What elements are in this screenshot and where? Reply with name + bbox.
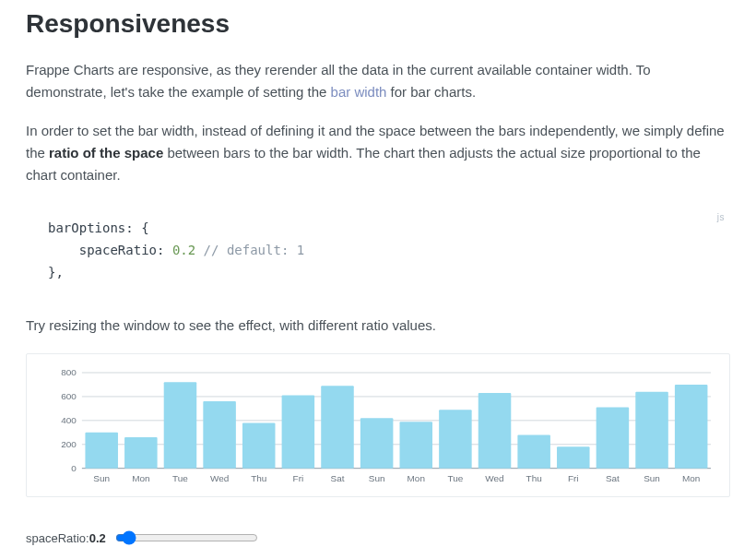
code-block: js barOptions: { spaceRatio: 0.2 // defa… [26, 218, 730, 283]
code-token: }, [48, 265, 64, 280]
chart-bar [597, 408, 630, 469]
chart-xtick-label: Mon [132, 473, 149, 483]
code-language-badge: js [717, 212, 725, 222]
chart-bar [124, 437, 158, 469]
chart-bar [242, 423, 276, 469]
chart-xtick-label: Wed [210, 473, 229, 483]
space-ratio-control: spaceRatio: 0.2 [26, 530, 730, 545]
resize-hint-paragraph: Try resizing the window to see the effec… [26, 315, 730, 337]
text-span: for bar charts. [386, 84, 476, 100]
intro-paragraph-1: Frappe Charts are responsive, as they re… [26, 59, 730, 103]
chart-bar [478, 393, 512, 469]
chart-bar [399, 422, 432, 470]
page-title: Responsiveness [26, 9, 730, 39]
chart-bar [635, 392, 668, 469]
chart-ytick-label: 0 [71, 463, 77, 473]
chart-ytick-label: 800 [61, 367, 77, 377]
chart-bar [164, 383, 197, 469]
chart-bar [675, 385, 708, 469]
chart-xtick-label: Sat [606, 473, 620, 483]
chart-ytick-label: 400 [61, 415, 77, 425]
chart-bar [282, 396, 315, 469]
chart-xtick-label: Sat [331, 473, 345, 483]
chart-svg: 0200400600800SunMonTueWedThuFriSatSunMon… [38, 367, 718, 487]
chart-ytick-label: 600 [61, 391, 77, 401]
slider-label: spaceRatio: [26, 531, 89, 545]
chart-xtick-label: Fri [293, 473, 304, 483]
code-content: barOptions: { spaceRatio: 0.2 // default… [26, 218, 730, 283]
bar-width-link[interactable]: bar width [331, 84, 387, 100]
chart-bar [321, 387, 354, 469]
chart-bar [517, 435, 550, 469]
chart-xtick-label: Mon [408, 473, 425, 483]
code-token: barOptions: { [48, 220, 149, 235]
chart-bar [439, 410, 472, 470]
bar-chart: 0200400600800SunMonTueWedThuFriSatSunMon… [26, 353, 730, 497]
intro-paragraph-2: In order to set the bar width, instead o… [26, 120, 730, 186]
chart-ytick-label: 200 [61, 439, 77, 449]
slider-value: 0.2 [89, 531, 106, 545]
chart-xtick-label: Tue [172, 473, 188, 483]
chart-xtick-label: Wed [485, 473, 503, 483]
space-ratio-slider[interactable] [115, 530, 258, 545]
strong-text: ratio of the space [49, 145, 163, 161]
chart-bar [360, 419, 394, 469]
chart-xtick-label: Thu [526, 473, 542, 483]
chart-xtick-label: Fri [568, 473, 579, 483]
chart-xtick-label: Tue [447, 473, 463, 483]
code-token: // default: 1 [195, 243, 304, 257]
chart-xtick-label: Sun [93, 473, 110, 483]
chart-bar [85, 433, 118, 469]
chart-xtick-label: Sun [644, 473, 660, 483]
chart-xtick-label: Sun [369, 473, 385, 483]
chart-bar [203, 401, 236, 469]
code-token: spaceRatio: [79, 243, 172, 257]
chart-xtick-label: Mon [682, 473, 700, 483]
code-token: 0.2 [172, 243, 195, 257]
chart-xtick-label: Thu [251, 473, 266, 483]
chart-bar [557, 447, 590, 469]
